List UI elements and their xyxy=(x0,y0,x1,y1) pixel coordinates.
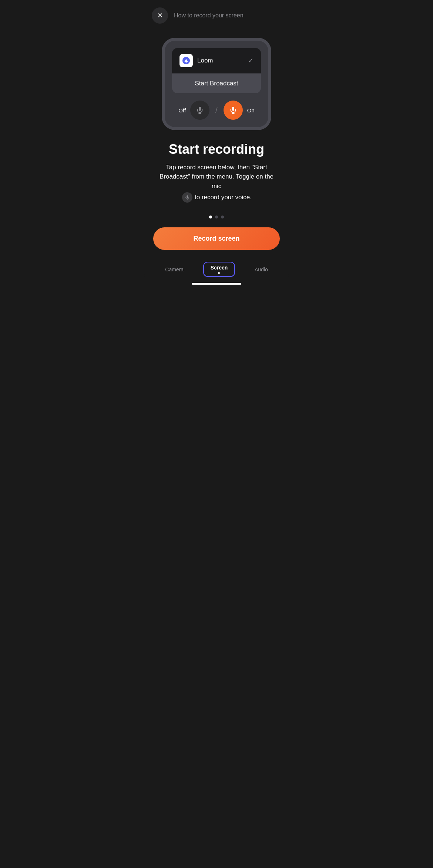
divider: / xyxy=(215,106,218,115)
mic-on-button[interactable] xyxy=(224,101,243,120)
loom-app-icon xyxy=(179,54,193,67)
close-icon: ✕ xyxy=(157,11,163,20)
svg-rect-4 xyxy=(232,107,234,111)
main-content: Start recording Tap record screen below,… xyxy=(144,135,289,204)
svg-point-0 xyxy=(185,60,187,61)
bottom-tabs: Camera Screen Audio xyxy=(144,257,289,280)
app-name-label: Loom xyxy=(197,57,213,64)
main-title: Start recording xyxy=(169,142,264,157)
start-broadcast-button[interactable]: Start Broadcast xyxy=(172,74,261,93)
app-info: Loom xyxy=(179,54,213,67)
tab-screen-indicator xyxy=(218,272,220,274)
mic-off-label: Off xyxy=(178,107,186,113)
mic-controls: Off / On xyxy=(172,101,261,120)
tab-audio-label: Audio xyxy=(255,267,268,272)
description-text-after: to record your voice. xyxy=(195,193,252,202)
mic-on-label: On xyxy=(247,107,255,113)
header-title: How to record your screen xyxy=(174,12,244,19)
close-button[interactable]: ✕ xyxy=(152,7,168,24)
description-text-before: Tap record screen below, then "Start Bro… xyxy=(155,163,278,191)
svg-rect-1 xyxy=(199,107,201,111)
main-description: Tap record screen below, then "Start Bro… xyxy=(155,163,278,203)
pagination-dots xyxy=(144,216,289,218)
mic-off-button[interactable] xyxy=(190,101,209,120)
checkmark-icon: ✓ xyxy=(248,57,254,65)
header: ✕ How to record your screen xyxy=(144,0,289,30)
app-row: Loom ✓ xyxy=(172,48,261,73)
tab-screen-label: Screen xyxy=(211,265,228,271)
start-broadcast-label: Start Broadcast xyxy=(195,80,238,87)
ios-panel: Loom ✓ Start Broadcast Off / xyxy=(165,41,268,127)
illustration-area: Loom ✓ Start Broadcast Off / xyxy=(144,33,289,135)
tab-audio[interactable]: Audio xyxy=(247,264,275,275)
tab-camera-label: Camera xyxy=(165,267,184,272)
dot-1 xyxy=(209,216,212,218)
dot-2 xyxy=(215,216,218,218)
record-screen-button[interactable]: Record screen xyxy=(153,227,280,250)
home-indicator xyxy=(144,280,289,289)
svg-rect-7 xyxy=(187,195,188,198)
record-screen-label: Record screen xyxy=(193,235,239,242)
home-bar xyxy=(192,283,241,285)
tab-camera[interactable]: Camera xyxy=(158,264,191,275)
dot-3 xyxy=(221,216,224,218)
tab-screen[interactable]: Screen xyxy=(203,262,235,277)
inline-mic-icon xyxy=(182,192,192,203)
